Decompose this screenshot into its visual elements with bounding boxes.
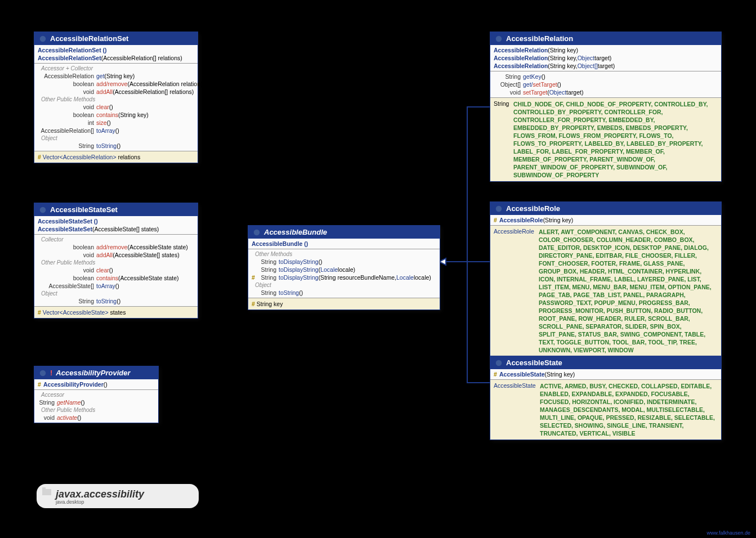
package-icon	[42, 487, 51, 495]
class-icon	[39, 35, 47, 43]
class-accessible-relation: AccessibleRelation AccessibleRelation (S…	[490, 32, 722, 182]
class-accessibility-provider: ! AccessibilityProvider #AccessibilityPr…	[34, 366, 159, 423]
class-header: AccessibleRelationSet	[34, 32, 198, 45]
svg-point-3	[40, 370, 46, 376]
class-title: AccessibleBundle	[264, 228, 327, 236]
package-name: javax.accessibility	[56, 488, 191, 500]
svg-rect-9	[42, 487, 46, 490]
watermark: www.falkhausen.de	[706, 530, 750, 536]
abstract-marker: !	[50, 369, 52, 377]
class-header: AccessibleStateSet	[34, 203, 198, 216]
class-title: AccessibleRelation	[506, 34, 573, 43]
svg-point-6	[496, 205, 502, 212]
class-footer: String CHILD_NODE_OF, CHILD_NODE_OF_PROP…	[490, 97, 721, 181]
class-title: AccessibleRole	[506, 204, 560, 213]
class-footer: AccessibleState ACTIVE, ARMED, BUSY, CHE…	[490, 379, 721, 440]
package-label: javax.accessibility java.desktop	[37, 484, 199, 508]
class-header: AccessibleBundle	[248, 226, 440, 239]
class-title: AccessibleRelationSet	[50, 34, 128, 43]
class-accessible-role: AccessibleRole #AccessibleRole (String k…	[490, 201, 722, 357]
class-header: AccessibleRole	[490, 202, 721, 215]
svg-point-4	[254, 229, 260, 235]
class-footer: AccessibleRole ALERT, AWT_COMPONENT, CAN…	[490, 225, 721, 356]
class-footer: # Vector<AccessibleState> states	[34, 306, 198, 318]
class-icon	[39, 369, 47, 377]
svg-point-7	[496, 360, 502, 366]
class-icon	[495, 359, 503, 367]
class-accessible-bundle: AccessibleBundle AccessibleBundle () Oth…	[248, 225, 440, 310]
class-header: AccessibleRelation	[490, 32, 721, 45]
class-header: AccessibleState	[490, 356, 721, 369]
class-icon	[495, 205, 503, 213]
class-icon	[253, 228, 261, 236]
class-icon	[495, 35, 503, 43]
svg-point-5	[496, 35, 502, 42]
svg-point-1	[40, 35, 46, 42]
class-footer: # Vector<AccessibleRelation> relations	[34, 151, 198, 163]
class-accessible-state: AccessibleState #AccessibleState (String…	[490, 356, 722, 440]
class-title: AccessibleState	[506, 358, 562, 367]
class-footer: # String key	[248, 298, 440, 310]
class-icon	[39, 206, 47, 214]
svg-point-2	[40, 207, 46, 213]
class-accessible-relation-set: AccessibleRelationSet AccessibleRelation…	[34, 32, 198, 163]
class-title: AccessibleStateSet	[50, 205, 118, 214]
class-header: ! AccessibilityProvider	[34, 366, 158, 379]
svg-rect-8	[42, 489, 51, 495]
class-title: AccessibilityProvider	[56, 369, 130, 377]
class-accessible-state-set: AccessibleStateSet AccessibleStateSet ()…	[34, 203, 198, 319]
